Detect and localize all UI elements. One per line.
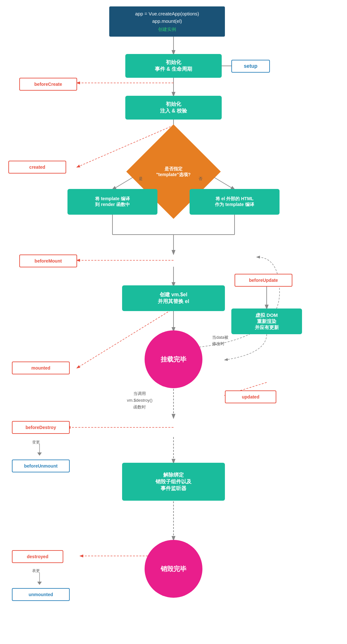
destroyed-circle-label: 销毁完毕: [161, 565, 186, 573]
destroyed-label: destroyed: [27, 554, 49, 559]
before-create-label: beforeCreate: [34, 82, 62, 87]
mounted-circle-node: 挂载完毕: [145, 330, 202, 388]
init-inject-line2: 注入 & 校验: [160, 108, 187, 114]
mounted-label: mounted: [31, 365, 50, 371]
before-update-node: beforeUpdate: [235, 274, 292, 287]
biangeng2-arrow: [35, 573, 44, 586]
diamond-line2: "template"选项?: [156, 172, 191, 177]
vdom-line1: 虚拟 DOM: [255, 312, 278, 318]
init-events-node: 初始化 事件 & 生命周期: [125, 54, 222, 78]
create-vm-line2: 并用其替换 el: [158, 298, 189, 305]
destroyed-circle-node: 销毁完毕: [145, 540, 202, 598]
before-create-node: beforeCreate: [19, 78, 77, 91]
unmounted-node: unmounted: [12, 588, 70, 601]
data-changed-label: 当data被 修改时: [212, 334, 228, 347]
template-compile-line1: 将 template 编译: [95, 196, 129, 202]
diamond-inner: 是否指定 "template"选项?: [156, 166, 191, 177]
vdom-line3: 并应有更新: [255, 325, 279, 331]
before-destroy-label: beforeDestroy: [26, 425, 56, 430]
init-events-line1: 初始化: [166, 59, 181, 66]
biangeng-arrow: [35, 443, 44, 456]
mounted-circle-label: 挂载完毕: [161, 355, 186, 364]
init-events-line2: 事件 & 生命周期: [155, 66, 192, 73]
create-vm-line1: 创建 vm.$el: [160, 291, 187, 298]
init-inject-line1: 初始化: [166, 101, 181, 108]
destroy-called-label: 当调用vm.$destroy()函数时: [127, 390, 152, 410]
template-compile-node: 将 template 编译 到 render 函数中: [67, 189, 157, 215]
no-label: 否: [199, 176, 202, 182]
before-mount-node: beforeMount: [19, 255, 77, 267]
create-app-subtitle: 创建实例: [158, 26, 176, 33]
setup-node: setup: [231, 60, 270, 73]
create-app-node: app = Vue.createApp(options) app.mount(e…: [109, 6, 225, 37]
before-destroy-node: beforeDestroy: [12, 421, 70, 434]
setup-label: setup: [244, 63, 258, 69]
unmounted-label: unmounted: [29, 592, 53, 597]
create-vm-node: 创建 vm.$el 并用其替换 el: [122, 285, 225, 311]
create-app-line1: app = Vue.createApp(options): [135, 10, 199, 18]
destroyed-node: destroyed: [12, 550, 63, 563]
template-compile-line2: 到 render 函数中: [95, 202, 129, 208]
updated-node: updated: [225, 390, 276, 403]
unbind-line1: 解除绑定: [163, 472, 184, 479]
init-inject-node: 初始化 注入 & 校验: [125, 96, 222, 120]
mounted-node: mounted: [12, 362, 70, 374]
svg-marker-27: [37, 582, 42, 585]
unbind-line3: 事件监听器: [161, 485, 186, 492]
updated-label: updated: [242, 394, 259, 399]
before-update-label: beforeUpdate: [249, 278, 278, 283]
vdom-line2: 重新渲染: [257, 318, 276, 325]
yes-label: 是: [139, 176, 143, 182]
create-app-line2: app.mount(el): [152, 18, 182, 25]
before-unmount-label: beforeUnmount: [24, 463, 58, 469]
created-node: created: [8, 161, 66, 174]
svg-marker-25: [37, 452, 42, 456]
vdom-node: 虚拟 DOM 重新渲染 并应有更新: [231, 309, 302, 334]
before-mount-label: beforeMount: [35, 258, 62, 264]
before-unmount-node: beforeUnmount: [12, 460, 70, 472]
diamond-line1: 是否指定: [156, 166, 191, 172]
lifecycle-diagram: app = Vue.createApp(options) app.mount(e…: [0, 0, 347, 644]
el-compile-line1: 将 el 外部的 HTML: [216, 196, 254, 202]
created-label: created: [29, 165, 45, 170]
unbind-line2: 销毁子组件以及: [156, 479, 191, 485]
el-compile-node: 将 el 外部的 HTML 作为 template 编译: [190, 189, 280, 215]
el-compile-line2: 作为 template 编译: [215, 202, 254, 208]
unbind-node: 解除绑定 销毁子组件以及 事件监听器: [122, 463, 225, 501]
